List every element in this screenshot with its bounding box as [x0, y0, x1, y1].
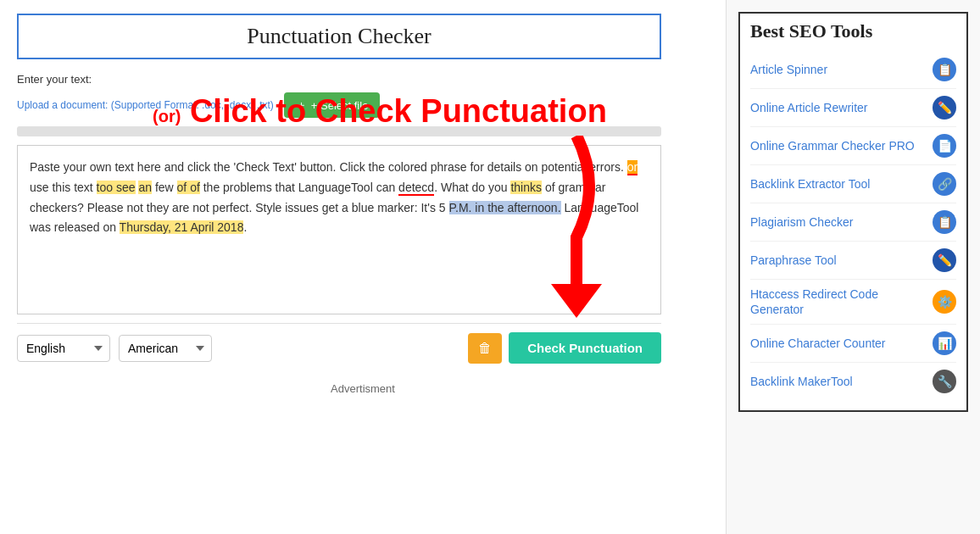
tool-backlink-extractor-icon: 🔗 [933, 172, 956, 196]
tool-online-article-rewriter[interactable]: Online Article Rewriter ✏️ [750, 89, 956, 127]
tool-online-character-counter-label: Online Character Counter [750, 337, 886, 350]
text-segment-detecd: detecd [398, 181, 434, 196]
enter-text-label: Enter your text: [17, 73, 709, 86]
tool-online-character-counter[interactable]: Online Character Counter 📊 [750, 325, 956, 363]
text-segment-1: Paste your own text here and click the '… [30, 160, 627, 174]
text-segment-6: . What do you [434, 181, 510, 194]
bottom-controls: English French German Spanish American B… [17, 323, 661, 369]
tool-online-grammar-checker-label: Online Grammar Checker PRO [750, 138, 915, 153]
select-file-plus-icon: ＋ [296, 97, 307, 113]
select-file-label: + Select file [311, 99, 369, 112]
text-segment-pm: P.M. in the afternoon. [449, 201, 561, 214]
main-area: Punctuation Checker Enter your text: (or… [0, 0, 726, 534]
check-punctuation-button[interactable]: Check Punctuation [509, 332, 661, 364]
advertisment-label: Advertisment [17, 382, 709, 395]
text-segment-an: an [138, 181, 152, 194]
tool-backlink-maker-icon: 🔧 [933, 370, 956, 393]
select-file-button[interactable]: ＋ + Select file [284, 92, 381, 118]
tool-htaccess-redirect[interactable]: Htaccess Redirect Code Generator ⚙️ [750, 280, 956, 325]
title-box: Punctuation Checker [17, 14, 661, 59]
tool-online-character-counter-icon: 📊 [933, 331, 956, 355]
text-segment-not: not t [126, 201, 149, 214]
text-segment-period: . [243, 220, 247, 234]
seo-tools-box: Best SEO Tools Article Spinner 📋 Online … [738, 12, 968, 412]
language-select[interactable]: English French German Spanish [17, 335, 110, 362]
text-segment-ofof: of of [177, 181, 200, 194]
sidebar: Best SEO Tools Article Spinner 📋 Online … [726, 0, 980, 534]
tool-online-grammar-checker[interactable]: Online Grammar Checker PRO 📄 [750, 127, 956, 165]
trash-icon: 🗑 [478, 341, 492, 356]
tool-backlink-extractor-label: Backlink Extractor Tool [750, 177, 870, 191]
tool-plagiarism-checker-label: Plagiarism Checker [750, 215, 853, 229]
progress-bar-area [17, 126, 661, 136]
page-wrapper: Punctuation Checker Enter your text: (or… [0, 0, 980, 534]
tool-article-spinner-icon: 📋 [933, 58, 956, 81]
tool-paraphrase-tool[interactable]: Paraphrase Tool ✏️ [750, 242, 956, 280]
text-segment-8: hey are not perfect. Style issues get a … [150, 201, 449, 214]
lang-selects: English French German Spanish American B… [17, 335, 212, 362]
tool-paraphrase-tool-label: Paraphrase Tool [750, 253, 837, 267]
trash-button[interactable]: 🗑 [468, 333, 502, 364]
tool-htaccess-redirect-label: Htaccess Redirect Code Generator [750, 286, 920, 317]
tool-article-spinner-label: Article Spinner [750, 63, 827, 76]
tool-online-article-rewriter-icon: ✏️ [933, 96, 956, 120]
tool-plagiarism-checker-icon: 📋 [933, 210, 956, 234]
seo-tools-title: Best SEO Tools [750, 20, 956, 42]
action-buttons: 🗑 Check Punctuation [468, 332, 661, 364]
tool-backlink-extractor[interactable]: Backlink Extractor Tool 🔗 [750, 165, 956, 203]
tool-htaccess-redirect-icon: ⚙️ [933, 290, 956, 314]
text-segment-toosee: too see [97, 181, 136, 194]
dialect-select[interactable]: American British Canadian Australian [119, 335, 212, 362]
text-segment-4: few [152, 181, 177, 194]
text-segment-or: or [627, 160, 638, 175]
tool-online-grammar-checker-icon: 📄 [933, 134, 956, 158]
text-editor[interactable]: Paste your own text here and click the '… [17, 145, 661, 314]
tool-online-article-rewriter-label: Online Article Rewriter [750, 101, 868, 114]
text-segment-5: the problems that LanguageTool can [200, 181, 398, 194]
text-segment-date: Thursday, 21 April 2018 [120, 220, 244, 234]
text-segment-thinks: thinks [510, 181, 542, 194]
tool-plagiarism-checker[interactable]: Plagiarism Checker 📋 [750, 203, 956, 242]
tool-article-spinner[interactable]: Article Spinner 📋 [750, 51, 956, 89]
tool-backlink-maker-label: Backlink MakerTool [750, 375, 853, 388]
tool-paraphrase-tool-icon: ✏️ [933, 248, 956, 272]
upload-label: Upload a document: (Supported Format: .d… [17, 99, 274, 111]
upload-section: Upload a document: (Supported Format: .d… [17, 92, 709, 118]
tool-backlink-maker[interactable]: Backlink MakerTool 🔧 [750, 363, 956, 400]
page-title: Punctuation Checker [36, 24, 643, 49]
text-segment-2: use this text [30, 181, 97, 194]
